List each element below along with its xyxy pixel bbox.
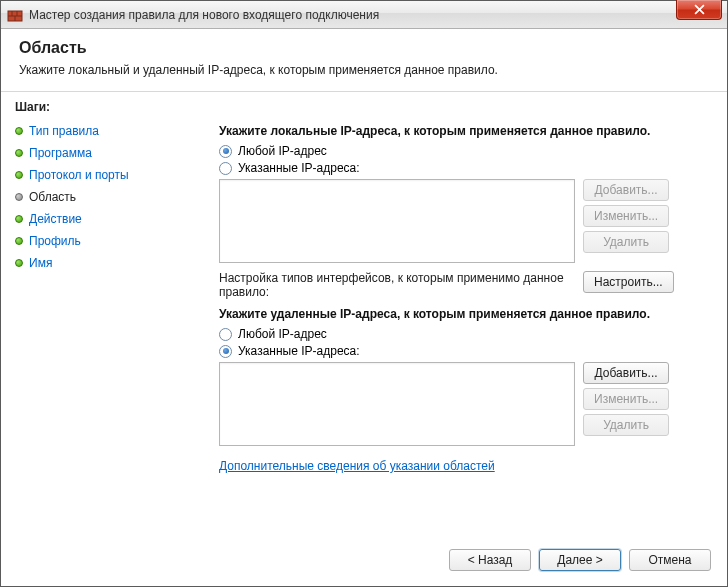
content-panel: Укажите локальные IP-адреса, к которым п… — [199, 92, 727, 540]
local-ip-listbox[interactable] — [219, 179, 575, 263]
more-about-scope-link[interactable]: Дополнительные сведения об указании обла… — [219, 459, 495, 473]
close-icon — [694, 4, 705, 15]
radio-icon — [219, 345, 232, 358]
step-dot-icon — [15, 149, 23, 157]
remote-ip-heading: Укажите удаленные IP-адреса, к которым п… — [219, 307, 707, 321]
step-label: Имя — [29, 256, 52, 270]
remote-add-button[interactable]: Добавить... — [583, 362, 669, 384]
window-title: Мастер создания правила для нового входя… — [29, 8, 379, 22]
local-ip-block: Добавить... Изменить... Удалить — [219, 179, 707, 263]
interface-types-text: Настройка типов интерфейсов, к которым п… — [219, 271, 575, 299]
cancel-button[interactable]: Отмена — [629, 549, 711, 571]
steps-list: Тип правила Программа Протокол и порты О… — [15, 120, 189, 274]
step-scope[interactable]: Область — [15, 186, 189, 208]
radio-icon — [219, 328, 232, 341]
step-label: Тип правила — [29, 124, 99, 138]
radio-icon — [219, 162, 232, 175]
local-remove-button[interactable]: Удалить — [583, 231, 669, 253]
next-button[interactable]: Далее > — [539, 549, 621, 571]
sidebar: Шаги: Тип правила Программа Протокол и п… — [1, 92, 199, 540]
step-label: Протокол и порты — [29, 168, 129, 182]
remote-ip-listbox[interactable] — [219, 362, 575, 446]
radio-label: Указанные IP-адреса: — [238, 344, 360, 358]
step-label: Область — [29, 190, 76, 204]
step-dot-icon — [15, 193, 23, 201]
remote-edit-button[interactable]: Изменить... — [583, 388, 669, 410]
local-add-button[interactable]: Добавить... — [583, 179, 669, 201]
step-action[interactable]: Действие — [15, 208, 189, 230]
interface-types-row: Настройка типов интерфейсов, к которым п… — [219, 271, 707, 299]
steps-title: Шаги: — [15, 100, 189, 114]
step-label: Профиль — [29, 234, 81, 248]
wizard-header: Область Укажите локальный и удаленный IP… — [1, 29, 727, 92]
step-dot-icon — [15, 215, 23, 223]
local-any-ip-radio[interactable]: Любой IP-адрес — [219, 144, 707, 158]
step-label: Действие — [29, 212, 82, 226]
wizard-footer: < Назад Далее > Отмена — [1, 540, 727, 586]
radio-label: Указанные IP-адреса: — [238, 161, 360, 175]
radio-label: Любой IP-адрес — [238, 144, 327, 158]
local-ip-buttons: Добавить... Изменить... Удалить — [583, 179, 669, 253]
step-dot-icon — [15, 259, 23, 267]
radio-label: Любой IP-адрес — [238, 327, 327, 341]
titlebar: Мастер создания правила для нового входя… — [1, 1, 727, 29]
step-label: Программа — [29, 146, 92, 160]
step-protocol-ports[interactable]: Протокол и порты — [15, 164, 189, 186]
wizard-body: Шаги: Тип правила Программа Протокол и п… — [1, 92, 727, 540]
step-name[interactable]: Имя — [15, 252, 189, 274]
local-ip-heading: Укажите локальные IP-адреса, к которым п… — [219, 124, 707, 138]
firewall-icon — [7, 7, 23, 23]
page-title: Область — [19, 39, 709, 57]
local-edit-button[interactable]: Изменить... — [583, 205, 669, 227]
step-dot-icon — [15, 237, 23, 245]
customize-interfaces-button[interactable]: Настроить... — [583, 271, 674, 293]
step-profile[interactable]: Профиль — [15, 230, 189, 252]
remote-specific-ip-radio[interactable]: Указанные IP-адреса: — [219, 344, 707, 358]
remote-remove-button[interactable]: Удалить — [583, 414, 669, 436]
remote-ip-block: Добавить... Изменить... Удалить — [219, 362, 707, 446]
step-dot-icon — [15, 127, 23, 135]
step-rule-type[interactable]: Тип правила — [15, 120, 189, 142]
step-program[interactable]: Программа — [15, 142, 189, 164]
radio-icon — [219, 145, 232, 158]
remote-any-ip-radio[interactable]: Любой IP-адрес — [219, 327, 707, 341]
remote-ip-buttons: Добавить... Изменить... Удалить — [583, 362, 669, 436]
local-specific-ip-radio[interactable]: Указанные IP-адреса: — [219, 161, 707, 175]
back-button[interactable]: < Назад — [449, 549, 531, 571]
close-button[interactable] — [676, 0, 722, 20]
page-subtitle: Укажите локальный и удаленный IP-адреса,… — [19, 63, 709, 77]
step-dot-icon — [15, 171, 23, 179]
wizard-window: Мастер создания правила для нового входя… — [0, 0, 728, 587]
